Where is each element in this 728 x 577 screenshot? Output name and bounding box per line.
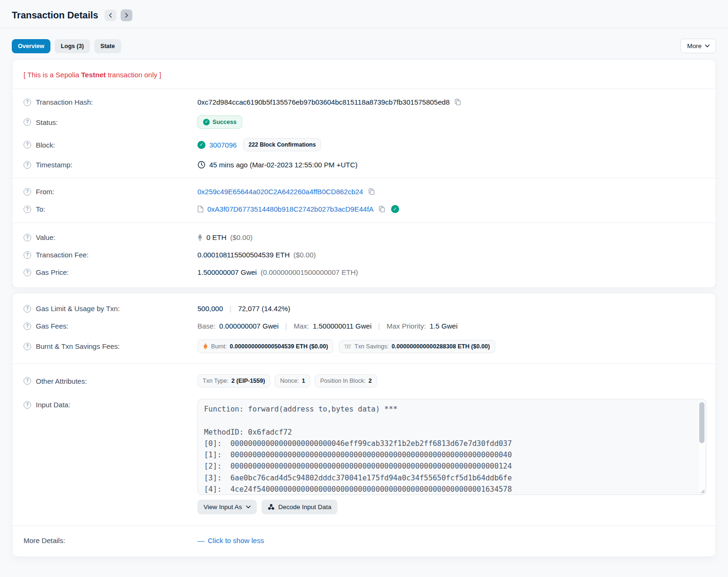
copy-to-button[interactable] — [377, 206, 386, 213]
tab-overview[interactable]: Overview — [12, 39, 50, 53]
help-icon[interactable]: ? — [24, 234, 31, 241]
transaction-hash-label: ? Transaction Hash: — [24, 98, 197, 106]
minus-icon: — — [197, 536, 204, 544]
help-icon[interactable]: ? — [24, 118, 31, 126]
txn-type-badge: Txn Type: 2 (EIP-1559) — [197, 374, 270, 387]
base-fee-label: Base: — [197, 322, 215, 330]
from-label: ? From: — [24, 188, 197, 196]
more-details-row: More Details: — Click to show less — [24, 532, 704, 549]
help-icon[interactable]: ? — [24, 251, 31, 259]
money-wings-icon — [344, 344, 352, 349]
value-usd: ($0.00) — [230, 233, 253, 241]
transaction-fee-value: 0.000108115500504539 ETH — [197, 251, 290, 259]
notice-testnet: Testnet — [81, 71, 106, 79]
view-input-as-button[interactable]: View Input As — [197, 500, 257, 514]
separator: | — [376, 322, 383, 330]
decode-input-data-button[interactable]: Decode Input Data — [262, 500, 338, 514]
more-button-label: More — [687, 42, 702, 49]
transaction-hash-value: 0xc72d984ccac6190b5f135576eb97b03604bc81… — [197, 98, 450, 106]
help-icon[interactable]: ? — [24, 322, 31, 330]
block-row: ? Block: ✓ 3007096 222 Block Confirmatio… — [24, 133, 704, 156]
gas-price-label: ? Gas Price: — [24, 268, 197, 276]
timestamp-value: 45 mins ago (Mar-02-2023 12:55:00 PM +UT… — [209, 161, 358, 169]
contract-file-icon — [197, 206, 204, 213]
status-row: ? Status: ✓ Success — [24, 111, 704, 133]
input-data-label: ? Input Data: — [24, 399, 197, 409]
help-icon[interactable]: ? — [24, 161, 31, 169]
to-address-link[interactable]: 0xA3f07D6773514480b918C2742b027b3acD9E44… — [207, 205, 374, 213]
block-link[interactable]: 3007096 — [209, 141, 237, 149]
txn-savings-value: 0.000000000000288308 ETH ($0.00) — [392, 343, 490, 350]
help-icon[interactable]: ? — [24, 269, 31, 276]
copy-tx-hash-button[interactable] — [453, 99, 462, 106]
help-icon[interactable]: ? — [24, 401, 31, 409]
input-scrollbar-thumb[interactable] — [699, 402, 704, 443]
tabs: Overview Logs (3) State — [12, 39, 121, 53]
gas-used-value: 72,077 (14.42%) — [238, 305, 290, 313]
burnt-value: 0.000000000000504539 ETH ($0.00) — [230, 343, 328, 350]
gas-price-eth: (0.000000001500000007 ETH) — [261, 268, 358, 276]
help-icon[interactable]: ? — [24, 188, 31, 196]
max-priority-fee-value: 1.5 Gwei — [430, 322, 458, 330]
chevron-down-icon — [246, 505, 251, 509]
tabs-row: Overview Logs (3) State More — [0, 28, 728, 53]
status-label: ? Status: — [24, 118, 197, 126]
value-amount: 0 ETH — [206, 233, 227, 241]
status-text: Success — [213, 119, 237, 125]
copy-from-button[interactable] — [367, 188, 376, 195]
next-tx-button[interactable] — [121, 9, 132, 21]
block-confirmations-badge: 222 Block Confirmations — [243, 138, 321, 151]
gas-limit-label: ? Gas Limit & Usage by Txn: — [24, 305, 197, 313]
transaction-fee-usd: ($0.00) — [294, 251, 316, 259]
testnet-notice: [ This is a Sepolia Testnet transaction … — [24, 59, 704, 89]
help-icon[interactable]: ? — [24, 305, 31, 313]
gas-price-value: 1.500000007 Gwei — [197, 268, 257, 276]
copy-icon — [378, 206, 385, 213]
txn-savings-label: Txn Savings: — [354, 343, 389, 350]
help-icon[interactable]: ? — [24, 377, 31, 385]
verified-check-icon: ✓ — [391, 205, 399, 213]
copy-icon — [454, 99, 461, 106]
max-priority-fee-label: Max Priority: — [386, 322, 425, 330]
show-less-link[interactable]: — Click to show less — [197, 536, 264, 544]
tab-state[interactable]: State — [94, 39, 121, 53]
input-data-row: ? Input Data: Function: forward(address … — [24, 392, 704, 519]
topbar: Transaction Details — [0, 0, 728, 28]
to-row: ? To: 0xA3f07D6773514480b918C2742b027b3a… — [24, 200, 704, 218]
separator: | — [282, 322, 290, 330]
details-card: ? Gas Limit & Usage by Txn: 500,000 | 72… — [12, 293, 716, 557]
other-attributes-label: ? Other Attributes: — [24, 377, 197, 385]
tab-logs[interactable]: Logs (3) — [55, 39, 90, 53]
help-icon[interactable]: ? — [24, 99, 31, 106]
separator: | — [227, 305, 234, 313]
value-label: ? Value: — [24, 233, 197, 241]
from-row: ? From: 0x259c49E65644a020C2A642260a4ffB… — [24, 183, 704, 200]
help-icon[interactable]: ? — [24, 343, 31, 350]
chevron-left-icon — [108, 13, 113, 18]
gas-fees-label: ? Gas Fees: — [24, 322, 197, 330]
input-scrollbar[interactable] — [699, 400, 705, 494]
help-icon[interactable]: ? — [24, 141, 31, 148]
gas-limit-row: ? Gas Limit & Usage by Txn: 500,000 | 72… — [24, 300, 704, 317]
status-badge: ✓ Success — [197, 115, 242, 129]
other-attributes-row: ? Other Attributes: Txn Type: 2 (EIP-155… — [24, 370, 704, 392]
notice-suffix: transaction only ] — [106, 71, 162, 79]
to-label: ? To: — [24, 205, 197, 213]
from-address-link[interactable]: 0x259c49E65644a020C2A642260a4ffB0CD862cb… — [197, 188, 363, 196]
resize-grip-icon[interactable] — [699, 488, 705, 494]
more-button[interactable]: More — [680, 39, 716, 53]
value-row: ? Value: 0 ETH ($0.00) — [24, 229, 704, 246]
decode-icon — [268, 503, 275, 511]
transaction-details-page: Transaction Details Overview Logs (3) St… — [0, 0, 728, 577]
input-data-box[interactable]: Function: forward(address to,bytes data)… — [197, 399, 706, 495]
chevron-down-icon — [705, 44, 710, 48]
max-fee-label: Max: — [294, 322, 309, 330]
prev-tx-button[interactable] — [105, 9, 116, 21]
txn-savings-badge: Txn Savings: 0.000000000000288308 ETH ($… — [339, 340, 495, 353]
more-details-label: More Details: — [24, 536, 197, 544]
block-check-icon: ✓ — [197, 141, 205, 149]
burnt-badge: Burnt: 0.000000000000504539 ETH ($0.00) — [197, 339, 333, 353]
help-icon[interactable]: ? — [24, 206, 31, 213]
base-fee-value: 0.000000007 Gwei — [219, 322, 278, 330]
gas-limit-value: 500,000 — [197, 305, 223, 313]
